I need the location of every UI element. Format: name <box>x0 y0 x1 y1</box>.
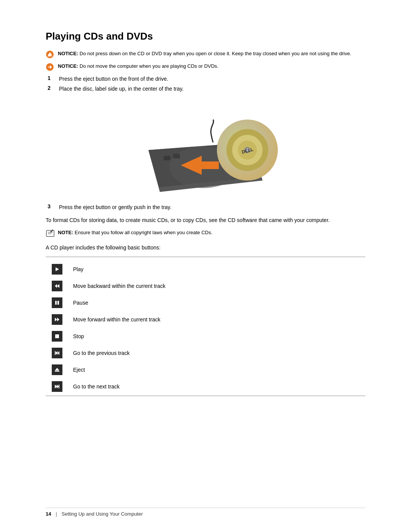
label-fastforward: Move forward within the current track <box>68 311 365 328</box>
notice-text-1: NOTICE: Do not press down on the CD or D… <box>58 50 351 58</box>
label-play: Play <box>68 261 365 278</box>
step-2-num: 2 <box>48 85 59 91</box>
step-2: 2 Place the disc, label side up, in the … <box>46 85 365 93</box>
table-row-prevtrack: Go to the previous track <box>46 345 365 361</box>
svg-rect-36 <box>59 385 59 388</box>
step-1-text: Press the eject button on the front of t… <box>59 75 168 83</box>
notice-bold-2: NOTICE: <box>58 63 78 69</box>
page-container: Playing CDs and DVDs NOTICE: Do not pres… <box>0 0 411 532</box>
icon-cell-pause <box>46 294 68 311</box>
step-3-num: 3 <box>48 203 59 209</box>
note-block: NOTE: Ensure that you follow all copyrig… <box>46 229 365 238</box>
icon-cell-prevtrack <box>46 345 68 361</box>
step-3-text: Press the eject button or gently push in… <box>59 203 171 211</box>
notice-body-2: Do not move the computer when you are pl… <box>78 63 218 69</box>
svg-rect-8 <box>173 154 180 158</box>
table-row-fastforward: Move forward within the current track <box>46 311 365 328</box>
footer-text: Setting Up and Using Your Computer <box>62 511 143 517</box>
notice-icon-1 <box>46 50 54 59</box>
icon-cell-stop <box>46 328 68 345</box>
svg-rect-31 <box>55 351 56 355</box>
table-row-play: Play <box>46 261 365 278</box>
svg-marker-26 <box>55 318 57 321</box>
table-top-rule <box>46 257 365 257</box>
notice-bold-1: NOTICE: <box>58 51 78 56</box>
svg-rect-28 <box>55 334 59 338</box>
svg-rect-7 <box>164 156 170 160</box>
eject-icon <box>52 364 62 375</box>
label-prevtrack: Go to the previous track <box>68 345 365 361</box>
prev-track-icon <box>52 348 62 358</box>
cd-tray-image-area: DELL <box>46 104 365 192</box>
notice-block-1: NOTICE: Do not press down on the CD or D… <box>46 50 365 59</box>
steps-list: 1 Press the eject button on the front of… <box>46 75 365 93</box>
pause-icon <box>52 297 62 308</box>
notice-icon-2 <box>46 63 54 71</box>
table-row-pause: Pause <box>46 294 365 311</box>
icon-cell-fastforward <box>46 311 68 328</box>
svg-marker-32 <box>55 368 59 371</box>
rewind-icon <box>52 281 62 291</box>
cd-tray-illustration: DELL <box>133 104 278 192</box>
table-row-rewind: Move backward within the current track <box>46 278 365 294</box>
label-rewind: Move backward within the current track <box>68 278 365 294</box>
svg-rect-24 <box>55 301 57 305</box>
table-row-nexttrack: Go to the next track <box>46 378 365 395</box>
note-text: NOTE: Ensure that you follow all copyrig… <box>58 229 212 236</box>
page-title: Playing CDs and DVDs <box>46 30 365 42</box>
icon-cell-play <box>46 261 68 278</box>
body-text-2: A CD player includes the following basic… <box>46 243 365 252</box>
svg-marker-27 <box>57 318 59 321</box>
svg-marker-30 <box>57 351 59 355</box>
fast-forward-icon <box>52 314 62 325</box>
svg-rect-18 <box>46 230 54 236</box>
step-1: 1 Press the eject button on the front of… <box>46 75 365 83</box>
footer-separator: | <box>56 511 57 517</box>
svg-marker-21 <box>56 267 59 271</box>
notice-body-1: Do not press down on the CD or DVD tray … <box>78 51 351 56</box>
notice-block-2: NOTICE: Do not move the computer when yo… <box>46 62 365 71</box>
body-text-1: To format CDs for storing data, to creat… <box>46 216 365 224</box>
step-2-text: Place the disc, label side up, in the ce… <box>59 85 183 93</box>
step-3: 3 Press the eject button or gently push … <box>46 203 365 211</box>
label-nexttrack: Go to the next track <box>68 378 365 395</box>
cd-buttons-table: Play Move backward within the current tr… <box>46 261 365 395</box>
note-body: Ensure that you follow all copyright law… <box>73 230 212 235</box>
stop-icon <box>52 331 62 342</box>
footer-page-number: 14 <box>46 511 51 517</box>
icon-cell-eject <box>46 361 68 378</box>
table-bottom-rule <box>46 396 365 396</box>
label-stop: Stop <box>68 328 365 345</box>
icon-cell-rewind <box>46 278 68 294</box>
table-row-stop: Stop <box>46 328 365 345</box>
footer: 14 | Setting Up and Using Your Computer <box>46 508 365 517</box>
icon-cell-nexttrack <box>46 378 68 395</box>
next-track-icon <box>52 381 62 392</box>
notice-text-2: NOTICE: Do not move the computer when yo… <box>58 62 218 70</box>
svg-rect-25 <box>57 301 59 305</box>
play-icon <box>52 264 62 275</box>
label-eject: Eject <box>68 361 365 378</box>
note-bold: NOTE: <box>58 230 73 235</box>
label-pause: Pause <box>68 294 365 311</box>
svg-marker-23 <box>57 284 59 288</box>
table-row-eject: Eject <box>46 361 365 378</box>
svg-marker-22 <box>55 284 57 288</box>
svg-rect-33 <box>55 371 59 372</box>
step-1-num: 1 <box>48 75 59 81</box>
note-icon <box>46 229 55 238</box>
